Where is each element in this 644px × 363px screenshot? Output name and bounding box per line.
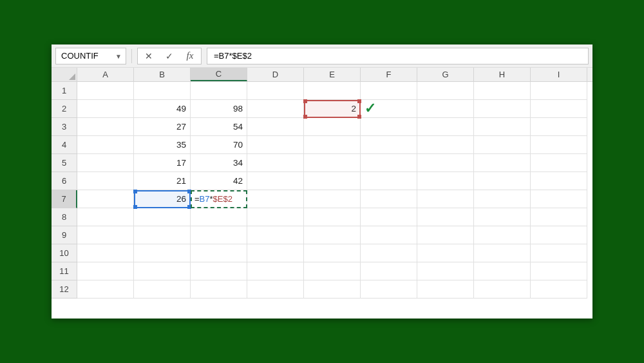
row-header-2[interactable]: 2 xyxy=(52,100,77,118)
col-header-A[interactable]: A xyxy=(77,68,134,81)
row-header-1[interactable]: 1 xyxy=(52,82,77,100)
cell-A8[interactable] xyxy=(77,208,134,226)
cell-C3[interactable]: 54 xyxy=(191,118,247,136)
cell-I12[interactable] xyxy=(531,280,587,299)
cell-A12[interactable] xyxy=(77,280,134,299)
cell-E12[interactable] xyxy=(304,280,361,299)
col-header-H[interactable]: H xyxy=(474,68,531,81)
cell-C10[interactable] xyxy=(191,244,247,262)
cell-H11[interactable] xyxy=(474,262,531,280)
cell-I6[interactable] xyxy=(531,172,587,190)
cell-A9[interactable] xyxy=(77,226,134,244)
cell-C8[interactable] xyxy=(191,208,247,226)
cell-I7[interactable] xyxy=(531,190,587,208)
cell-F3[interactable] xyxy=(361,118,417,136)
cell-H10[interactable] xyxy=(474,244,531,262)
col-header-C[interactable]: C xyxy=(191,68,247,81)
cell-D10[interactable] xyxy=(247,244,304,262)
cell-C11[interactable] xyxy=(191,262,247,280)
cell-A6[interactable] xyxy=(77,172,134,190)
col-header-G[interactable]: G xyxy=(417,68,474,81)
cell-I10[interactable] xyxy=(531,244,587,262)
row-header-12[interactable]: 12 xyxy=(52,280,77,299)
cell-A2[interactable] xyxy=(77,100,134,118)
cell-A4[interactable] xyxy=(77,136,134,154)
cell-B6[interactable]: 21 xyxy=(134,172,191,190)
formula-input[interactable]: =B7*$E$2 xyxy=(207,48,589,64)
cell-H8[interactable] xyxy=(474,208,531,226)
cell-E4[interactable] xyxy=(304,136,361,154)
cell-I8[interactable] xyxy=(531,208,587,226)
cell-I2[interactable] xyxy=(531,100,587,118)
cell-I5[interactable] xyxy=(531,154,587,172)
cell-F4[interactable] xyxy=(361,136,417,154)
cell-F11[interactable] xyxy=(361,262,417,280)
cell-G12[interactable] xyxy=(417,280,474,299)
cell-A10[interactable] xyxy=(77,244,134,262)
cell-G6[interactable] xyxy=(417,172,474,190)
cell-G2[interactable] xyxy=(417,100,474,118)
cell-E9[interactable] xyxy=(304,226,361,244)
row-header-11[interactable]: 11 xyxy=(52,262,77,280)
cell-A7[interactable] xyxy=(77,190,134,208)
cell-G9[interactable] xyxy=(417,226,474,244)
cell-G11[interactable] xyxy=(417,262,474,280)
chevron-down-icon[interactable]: ▼ xyxy=(115,52,122,59)
col-header-I[interactable]: I xyxy=(531,68,587,81)
cell-E6[interactable] xyxy=(304,172,361,190)
cell-G7[interactable] xyxy=(417,190,474,208)
cell-E10[interactable] xyxy=(304,244,361,262)
cell-C2[interactable]: 98 xyxy=(191,100,247,118)
cell-C12[interactable] xyxy=(191,280,247,299)
cell-E3[interactable] xyxy=(304,118,361,136)
cell-C5[interactable]: 34 xyxy=(191,154,247,172)
cell-E5[interactable] xyxy=(304,154,361,172)
cell-H9[interactable] xyxy=(474,226,531,244)
cell-I3[interactable] xyxy=(531,118,587,136)
cell-F9[interactable] xyxy=(361,226,417,244)
cell-G10[interactable] xyxy=(417,244,474,262)
select-all-corner[interactable] xyxy=(52,68,77,81)
col-header-D[interactable]: D xyxy=(247,68,304,81)
cell-B10[interactable] xyxy=(134,244,191,262)
cell-C9[interactable] xyxy=(191,226,247,244)
cell-E2[interactable]: 2 xyxy=(304,100,361,118)
cell-H7[interactable] xyxy=(474,190,531,208)
cell-D5[interactable] xyxy=(247,154,304,172)
cell-F12[interactable] xyxy=(361,280,417,299)
cell-D8[interactable] xyxy=(247,208,304,226)
row-header-9[interactable]: 9 xyxy=(52,226,77,244)
cell-H4[interactable] xyxy=(474,136,531,154)
cell-G1[interactable] xyxy=(417,82,474,100)
cell-E7[interactable] xyxy=(304,190,361,208)
cell-B2[interactable]: 49 xyxy=(134,100,191,118)
row-header-7[interactable]: 7 xyxy=(52,190,77,208)
col-header-B[interactable]: B xyxy=(134,68,191,81)
row-header-5[interactable]: 5 xyxy=(52,154,77,172)
cell-H2[interactable] xyxy=(474,100,531,118)
cell-G5[interactable] xyxy=(417,154,474,172)
cell-H1[interactable] xyxy=(474,82,531,100)
cancel-formula-button[interactable]: ✕ xyxy=(140,49,157,63)
cell-C1[interactable] xyxy=(191,82,247,100)
row-header-10[interactable]: 10 xyxy=(52,244,77,262)
cell-D3[interactable] xyxy=(247,118,304,136)
cell-B9[interactable] xyxy=(134,226,191,244)
cell-D7[interactable] xyxy=(247,190,304,208)
cell-H12[interactable] xyxy=(474,280,531,299)
cell-C4[interactable]: 70 xyxy=(191,136,247,154)
cell-F1[interactable] xyxy=(361,82,417,100)
cell-H6[interactable] xyxy=(474,172,531,190)
cell-A3[interactable] xyxy=(77,118,134,136)
cell-F7[interactable] xyxy=(361,190,417,208)
cell-H5[interactable] xyxy=(474,154,531,172)
cell-E8[interactable] xyxy=(304,208,361,226)
row-header-3[interactable]: 3 xyxy=(52,118,77,136)
row-header-4[interactable]: 4 xyxy=(52,136,77,154)
cell-F5[interactable] xyxy=(361,154,417,172)
cell-A1[interactable] xyxy=(77,82,134,100)
cell-H3[interactable] xyxy=(474,118,531,136)
cell-B3[interactable]: 27 xyxy=(134,118,191,136)
cell-F6[interactable] xyxy=(361,172,417,190)
cell-A5[interactable] xyxy=(77,154,134,172)
